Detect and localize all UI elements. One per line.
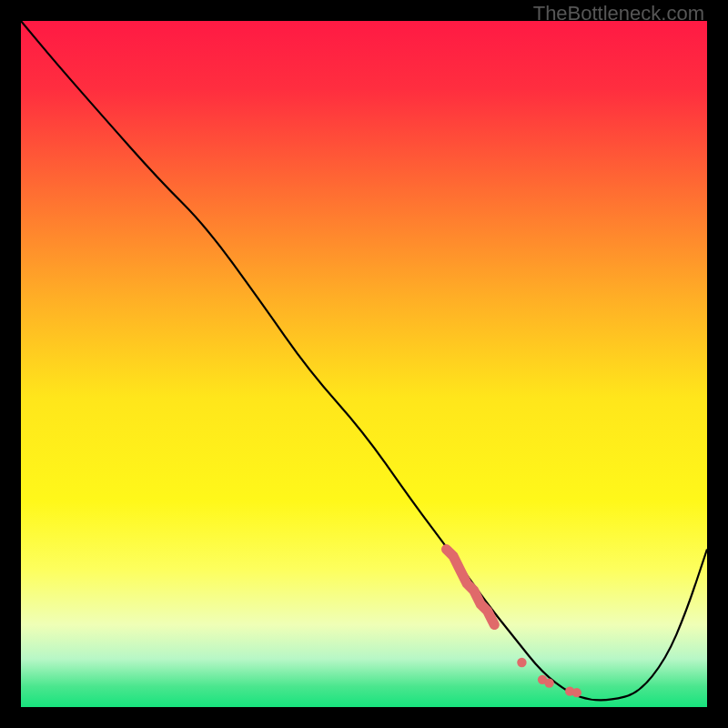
- highlight-dot: [544, 678, 553, 687]
- chart-frame: [21, 21, 707, 707]
- chart-svg: [21, 21, 707, 707]
- highlight-dot: [517, 658, 526, 667]
- highlight-dot: [572, 688, 581, 697]
- watermark-text: TheBottleneck.com: [533, 2, 704, 25]
- chart-background: [21, 21, 707, 707]
